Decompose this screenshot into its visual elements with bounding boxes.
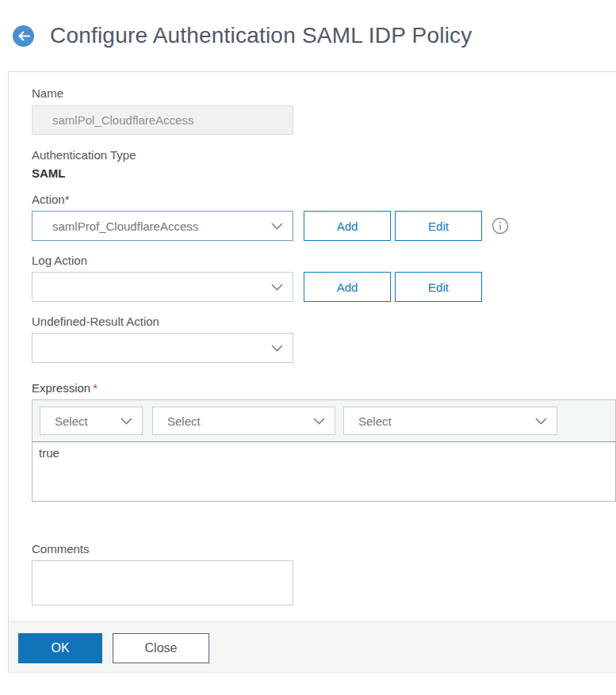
form-panel: Name Authentication Type SAML Action* sa…: [8, 71, 616, 673]
name-label: Name: [32, 86, 616, 101]
chevron-down-icon: [313, 418, 325, 425]
log-action-row: Add Edit: [32, 272, 616, 302]
action-select[interactable]: samlProf_CloudflareAccess: [32, 211, 293, 241]
action-select-value: samlProf_CloudflareAccess: [52, 220, 271, 233]
action-add-button[interactable]: Add: [304, 211, 391, 241]
required-asterisk: *: [93, 381, 98, 395]
log-action-label: Log Action: [32, 254, 616, 268]
chevron-down-icon: [535, 418, 547, 425]
arrow-left-icon: [17, 31, 30, 41]
action-row: samlProf_CloudflareAccess Add Edit: [32, 211, 616, 241]
comments-input[interactable]: [32, 560, 293, 605]
page-title: Configure Authentication SAML IDP Policy: [50, 23, 473, 48]
undefined-result-action-label: Undefined-Result Action: [32, 315, 616, 329]
chevron-down-icon: [271, 345, 283, 352]
action-edit-button[interactable]: Edit: [395, 211, 482, 241]
info-icon[interactable]: [492, 217, 509, 235]
auth-type-value: SAML: [32, 166, 616, 181]
undefined-result-action-row: [32, 333, 616, 363]
expression-input[interactable]: true: [32, 442, 616, 502]
expression-builder: Select Select Select: [32, 399, 616, 502]
close-button[interactable]: Close: [113, 633, 209, 663]
chevron-down-icon: [121, 418, 132, 425]
log-action-add-button[interactable]: Add: [304, 272, 391, 302]
ok-button[interactable]: OK: [18, 633, 102, 663]
chevron-down-icon: [271, 223, 283, 230]
expression-label: Expression*: [32, 381, 616, 395]
action-label: Action*: [32, 193, 616, 207]
page-header: Configure Authentication SAML IDP Policy: [0, 0, 616, 71]
comments-label: Comments: [32, 542, 616, 556]
expression-select-2[interactable]: Select: [152, 407, 335, 435]
name-input: [32, 105, 293, 135]
expression-select-3[interactable]: Select: [343, 407, 557, 435]
expression-toolbar: Select Select Select: [32, 399, 616, 442]
log-action-select[interactable]: [32, 272, 293, 302]
auth-type-label: Authentication Type: [32, 148, 616, 162]
chevron-down-icon: [271, 284, 283, 291]
form-footer: OK Close: [9, 621, 616, 673]
log-action-edit-button[interactable]: Edit: [395, 272, 482, 302]
expression-select-1[interactable]: Select: [40, 407, 143, 435]
back-button[interactable]: [13, 25, 34, 47]
form-content: Name Authentication Type SAML Action* sa…: [9, 86, 616, 605]
undefined-result-action-select[interactable]: [32, 333, 293, 363]
